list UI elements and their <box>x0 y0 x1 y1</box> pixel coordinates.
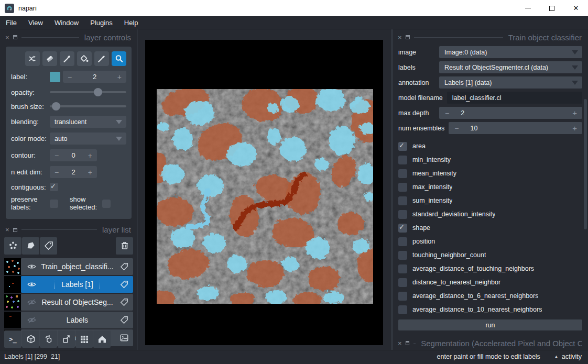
max-depth-spinbox[interactable]: − 2 + <box>439 107 582 119</box>
visibility-eye-icon[interactable] <box>27 280 37 289</box>
average-distance-to-6-nearest-neighbors-checkbox[interactable] <box>398 292 407 301</box>
increment-icon[interactable]: + <box>88 168 92 177</box>
transpose-dimensions-button[interactable] <box>58 330 75 348</box>
layer-name: Labels <box>37 316 117 324</box>
average-distance-of-touching-neighbors-checkbox[interactable] <box>398 264 407 273</box>
close-panel-icon[interactable]: × <box>398 34 402 41</box>
activity-button[interactable]: ▲ activity <box>554 353 582 360</box>
increment-icon[interactable]: + <box>572 108 577 117</box>
menu-help[interactable]: Help <box>118 16 144 29</box>
canvas[interactable] <box>145 40 383 345</box>
delete-layer-button[interactable] <box>116 237 133 255</box>
distance-to-nearest-neighbor-checkbox[interactable] <box>398 278 407 287</box>
decrement-icon[interactable]: − <box>68 73 72 81</box>
increment-icon[interactable]: + <box>117 73 122 81</box>
layer-kind-icon <box>119 297 129 307</box>
contiguous-label: contiguous: <box>11 183 50 191</box>
new-points-layer-button[interactable] <box>4 237 21 255</box>
feature-row-distance-to-nearest-neighbor: distance_to_nearest_neighbor <box>398 275 582 289</box>
increment-icon[interactable]: + <box>572 124 577 133</box>
decrement-icon[interactable]: − <box>55 168 59 177</box>
slider-track[interactable] <box>50 105 126 107</box>
decrement-icon[interactable]: − <box>454 124 459 133</box>
visibility-eye-icon[interactable] <box>27 297 37 307</box>
close-panel-icon[interactable]: × <box>5 226 9 233</box>
close-panel-icon[interactable]: × <box>5 34 9 41</box>
position-checkbox[interactable] <box>398 237 407 246</box>
minimize-button[interactable] <box>516 0 540 16</box>
erase-button[interactable] <box>42 51 57 66</box>
increment-icon[interactable]: + <box>88 151 92 160</box>
reset-view-button[interactable] <box>93 330 111 348</box>
image-select[interactable]: Image:0 (data) <box>439 46 582 58</box>
layer-row-labels[interactable]: Labels <box>4 312 133 328</box>
spacer <box>58 237 115 255</box>
visibility-eye-icon[interactable] <box>27 262 37 271</box>
decrement-icon[interactable]: − <box>55 151 59 160</box>
toggle-ndisplay-button[interactable] <box>22 330 39 348</box>
zoom-button[interactable] <box>112 51 126 66</box>
visibility-eye-icon[interactable] <box>27 315 37 325</box>
label-color-swatch[interactable] <box>50 72 60 82</box>
color-picker-button[interactable] <box>94 51 109 66</box>
annotation-select[interactable]: Labels [1] (data) <box>439 76 582 89</box>
sum-intensity-checkbox[interactable] <box>398 196 407 205</box>
max-depth-row: max depth − 2 + <box>398 107 582 119</box>
model-filename-input[interactable]: label_classifier.cl <box>447 92 582 104</box>
feature-label: area <box>412 142 426 150</box>
touching-neighbor-count-checkbox[interactable] <box>398 251 407 260</box>
contiguous-checkbox[interactable] <box>50 183 58 191</box>
mean-intensity-checkbox[interactable] <box>398 169 407 178</box>
color-mode-select[interactable]: auto <box>50 133 126 145</box>
n-edit-dim-spinbox[interactable]: − 2 + <box>50 166 97 178</box>
layer-row-result-of-objectsegmenter[interactable]: Result of ObjectSeg... <box>4 294 133 311</box>
max-intensity-checkbox[interactable] <box>398 183 407 192</box>
slider-handle[interactable] <box>52 102 60 111</box>
scrollbar[interactable] <box>584 48 587 331</box>
shuffle-colors-button[interactable] <box>25 51 40 66</box>
label-spinbox[interactable]: − 2 + <box>63 71 126 83</box>
preserve-labels-checkbox[interactable] <box>50 200 58 208</box>
new-shapes-layer-button[interactable] <box>22 237 39 255</box>
grid-view-button[interactable] <box>75 330 93 348</box>
maximize-icon <box>549 6 554 11</box>
area-checkbox[interactable] <box>398 142 407 151</box>
scrollbar-thumb[interactable] <box>584 99 587 229</box>
slider-handle[interactable] <box>94 88 102 96</box>
feature-label: distance_to_nearest_neighbor <box>412 279 500 286</box>
menu-file[interactable]: File <box>0 16 23 29</box>
show-selected-checkbox[interactable] <box>102 200 111 208</box>
shape-checkbox[interactable] <box>398 224 407 233</box>
slider-track[interactable] <box>50 91 126 93</box>
console-button[interactable]: >_ <box>4 330 21 348</box>
menu-window[interactable]: Window <box>49 16 84 29</box>
float-panel-icon[interactable] <box>406 341 410 345</box>
paint-button[interactable] <box>60 51 74 66</box>
contour-spinbox[interactable]: − 0 + <box>50 149 97 161</box>
right-dock: × Train object classifier image Image:0 … <box>391 29 588 350</box>
close-panel-icon[interactable]: × <box>398 340 402 347</box>
labels-select[interactable]: Result of ObjectSegmenter.cl (data) <box>439 61 582 73</box>
opacity-slider[interactable] <box>50 87 126 97</box>
layer-row-train-object-classifier[interactable]: Train_object_classifi... <box>4 258 133 275</box>
float-panel-icon[interactable] <box>13 228 17 232</box>
blending-select[interactable]: translucent <box>50 116 126 128</box>
num-ensembles-spinbox[interactable]: − 10 + <box>449 122 582 134</box>
menu-view[interactable]: View <box>23 16 49 29</box>
float-panel-icon[interactable] <box>406 35 410 39</box>
min-intensity-checkbox[interactable] <box>398 156 407 164</box>
brush-size-slider[interactable] <box>50 102 126 111</box>
new-labels-layer-button[interactable] <box>40 237 57 255</box>
maximize-button[interactable] <box>540 0 564 16</box>
roll-dimensions-icon <box>43 334 54 345</box>
close-button[interactable]: ✕ <box>564 0 588 16</box>
run-button[interactable]: run <box>398 319 582 330</box>
average-distance-to-10-nearest-neighbors-checkbox[interactable] <box>398 305 407 314</box>
roll-dimensions-button[interactable] <box>40 330 57 348</box>
decrement-icon[interactable]: − <box>445 109 449 117</box>
float-panel-icon[interactable] <box>13 35 17 39</box>
standard-deviation-intensity-checkbox[interactable] <box>398 210 407 219</box>
layer-row-labels-1[interactable]: Labels [1] <box>4 276 133 293</box>
menu-plugins[interactable]: Plugins <box>84 16 118 29</box>
fill-button[interactable] <box>77 51 92 66</box>
